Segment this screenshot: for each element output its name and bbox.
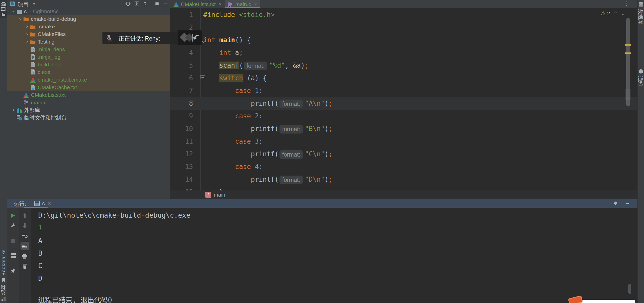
- token: scanf: [219, 62, 239, 69]
- token: int: [219, 49, 231, 56]
- token: ;: [329, 176, 333, 183]
- soft-wrap-icon[interactable]: [20, 232, 29, 240]
- bell-icon[interactable]: [639, 69, 643, 74]
- line-number[interactable]: 7: [170, 84, 200, 97]
- warning-stripe-mark[interactable]: [625, 52, 631, 54]
- editor-scrollbar[interactable]: [626, 18, 630, 106]
- locate-icon[interactable]: [125, 1, 131, 7]
- tree-item-cmake_install.cmake[interactable]: cmake_install.cmake: [7, 76, 170, 84]
- run-settings-gear-icon[interactable]: [612, 200, 619, 207]
- run-console[interactable]: D:\git\note\c\cmake-build-debug\c.exe1AB…: [31, 208, 637, 303]
- stripe-tab-structure[interactable]: 结构: [0, 285, 7, 295]
- code-line: 1#include <stdio.h>: [170, 8, 637, 21]
- line-number[interactable]: 14: [170, 173, 200, 186]
- tab-label: CMakeLists.txt: [181, 1, 216, 7]
- line-number[interactable]: 9: [170, 110, 200, 122]
- tree-item-c.exe[interactable]: ?c.exe: [7, 68, 170, 76]
- tree-item-.ninja_deps[interactable]: ?.ninja_deps: [7, 46, 170, 53]
- breadcrumb: f main: [170, 191, 637, 199]
- stripe-tab-project[interactable]: 项目: [0, 0, 7, 18]
- chevron-down-icon[interactable]: [17, 17, 23, 21]
- hide-run-panel-icon[interactable]: −: [624, 200, 631, 207]
- tree-item-build.ninja[interactable]: build.ninja: [7, 61, 170, 68]
- project-tool-window: 项目 ▼ − cD:\git\note\ccmake-build-debug.c…: [7, 0, 170, 199]
- token: "D: [305, 176, 313, 183]
- next-problem-icon[interactable]: ⌄: [621, 11, 625, 16]
- stripe-tab-bookmarks[interactable]: Bookmarks: [1, 249, 6, 276]
- tree-item-.ninja_log[interactable]: .ninja_log: [7, 53, 170, 61]
- chevron-right-icon[interactable]: [24, 32, 30, 36]
- up-arrow-icon[interactable]: [20, 211, 29, 220]
- token: (: [239, 62, 243, 69]
- chevron-right-icon[interactable]: [24, 40, 30, 44]
- code-editor[interactable]: 1#include <stdio.h>23⌄int main() {4 int …: [170, 8, 637, 191]
- tree-item-.cmake[interactable]: .cmake: [7, 23, 170, 30]
- settings-wrench-icon[interactable]: [9, 221, 17, 230]
- close-icon[interactable]: ×: [48, 200, 51, 206]
- code-text: #include <stdio.h>: [203, 8, 275, 21]
- code-line: 5 scanf(format:"%d", &a);: [170, 59, 637, 72]
- line-number[interactable]: 6: [170, 72, 200, 84]
- token: [203, 176, 251, 183]
- tree-item-cmake-build-debug[interactable]: cmake-build-debug: [7, 15, 170, 23]
- tree-item-label: c: [24, 8, 27, 15]
- tree-item-CMakeCache.txt[interactable]: CMakeCache.txt: [7, 84, 170, 91]
- tree-item-外部库[interactable]: 外部库: [7, 106, 170, 114]
- scroll-to-end-icon[interactable]: [20, 242, 29, 250]
- database-icon[interactable]: [639, 2, 643, 7]
- console-icon: [34, 201, 40, 206]
- chevron-right-icon[interactable]: [11, 108, 16, 112]
- editor-tab-main.c[interactable]: Cmain.c×: [225, 0, 260, 8]
- hide-panel-icon[interactable]: −: [162, 1, 169, 7]
- line-number[interactable]: 10: [170, 122, 200, 135]
- breadcrumb-main[interactable]: main: [214, 192, 225, 198]
- more-tabs-icon[interactable]: ⋮: [624, 1, 629, 7]
- token: 2: [255, 112, 259, 120]
- expand-all-icon[interactable]: [133, 1, 140, 7]
- close-icon[interactable]: ×: [254, 1, 257, 7]
- down-arrow-icon[interactable]: [20, 221, 29, 230]
- tree-item-c[interactable]: cD:\git\note\c: [7, 8, 170, 15]
- chevron-down-icon[interactable]: ▼: [32, 2, 36, 6]
- token: ;: [239, 49, 243, 56]
- warning-stripe-mark[interactable]: [625, 44, 631, 46]
- tree-item-CMakeLists.txt[interactable]: CMakeLists.txt: [7, 91, 170, 99]
- stripe-tab-database[interactable]: 数据库: [637, 9, 644, 24]
- collapse-all-icon[interactable]: [142, 1, 148, 7]
- voice-chat-overlay: 正在讲话: Reny;: [102, 32, 178, 44]
- restore-layout-icon[interactable]: [9, 251, 17, 260]
- prev-problem-icon[interactable]: ⌃: [614, 11, 617, 16]
- bottom-popup[interactable]: [579, 300, 635, 303]
- line-number[interactable]: 1: [170, 8, 200, 21]
- line-number[interactable]: 13: [170, 160, 200, 173]
- line-number[interactable]: 12: [170, 148, 200, 160]
- token: [203, 100, 251, 107]
- line-number[interactable]: 4: [170, 46, 200, 59]
- stripe-tab-notifications[interactable]: 通知: [637, 76, 644, 86]
- clear-all-icon[interactable]: [20, 262, 29, 271]
- tree-item-main.c[interactable]: Cmain.c: [7, 99, 170, 106]
- settings-gear-icon[interactable]: [154, 1, 160, 7]
- print-icon[interactable]: [20, 252, 29, 260]
- tree-item-临时文件和控制台[interactable]: 临时文件和控制台: [7, 114, 170, 122]
- code-text: int main() {: [203, 34, 251, 46]
- line-number[interactable]: 11: [170, 135, 200, 148]
- line-number[interactable]: 15: [170, 186, 200, 191]
- pin-icon[interactable]: [9, 266, 17, 275]
- token: [203, 62, 219, 69]
- bookmark-icon: [2, 278, 5, 282]
- token: ): [325, 125, 329, 132]
- chevron-right-icon[interactable]: [24, 25, 30, 28]
- inspections-widget[interactable]: ⚠ 2 ⌃ ⌄: [601, 10, 625, 17]
- line-number[interactable]: 5: [170, 59, 200, 72]
- console-scrollbar[interactable]: [628, 284, 631, 294]
- stop-icon[interactable]: [9, 236, 17, 245]
- svg-text:?: ?: [33, 49, 35, 52]
- chevron-down-icon[interactable]: [11, 10, 16, 13]
- console-output-line: C: [38, 260, 42, 271]
- rerun-icon[interactable]: [9, 211, 17, 220]
- line-number[interactable]: 8: [170, 97, 200, 110]
- editor-tab-CMakeLists.txt[interactable]: CMakeLists.txt×: [170, 0, 225, 8]
- run-tab-label[interactable]: c: [42, 200, 45, 206]
- close-icon[interactable]: ×: [219, 1, 222, 7]
